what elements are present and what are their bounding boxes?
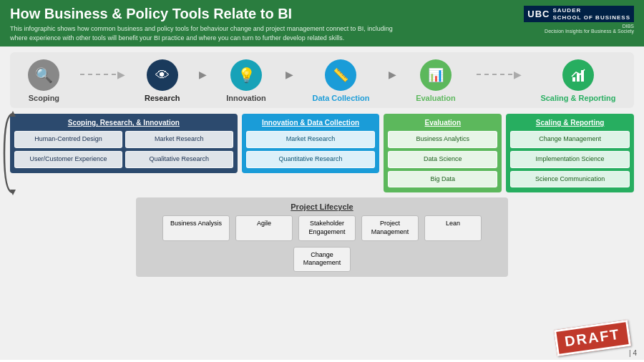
cat-item-implementation: Implementation Science bbox=[510, 151, 630, 168]
cat-innovation-title: Innovation & Data Collection bbox=[246, 119, 376, 127]
arrow-head-5: ▶ bbox=[514, 69, 522, 80]
lifecycle-item-change-mgmt: ChangeManagement bbox=[293, 247, 351, 272]
evaluation-label: Evaluation bbox=[416, 94, 456, 102]
scoping-icon: 🔍 bbox=[28, 59, 59, 91]
lifecycle-item-project-mgmt: ProjectManagement bbox=[361, 215, 419, 240]
cat-scaling-reporting: Scaling & Reporting Change Management Im… bbox=[506, 114, 634, 192]
research-icon: 👁 bbox=[147, 59, 178, 91]
logo-area: UBC SAUDERSCHOOL OF BUSINESS DIBSDecisio… bbox=[524, 6, 634, 34]
data-collection-icon: 📏 bbox=[325, 59, 356, 91]
cat-scoping-items: Human-Centred Design Market Research Use… bbox=[14, 131, 233, 167]
cat-scaling-title: Scaling & Reporting bbox=[510, 119, 630, 127]
cat-item-market-research-2: Market Research bbox=[246, 131, 376, 148]
research-label: Research bbox=[145, 94, 180, 102]
sauder-text: SAUDERSCHOOL OF BUSINESS bbox=[552, 7, 630, 21]
cat-item-market-research-1: Market Research bbox=[125, 131, 233, 148]
cat-item-data-science: Data Science bbox=[388, 151, 497, 168]
page-title: How Business & Policy Tools Relate to BI bbox=[10, 6, 411, 22]
cat-item-qualitative: Qualitative Research bbox=[125, 151, 233, 168]
cat-evaluation-title: Evaluation bbox=[388, 119, 497, 127]
header: How Business & Policy Tools Relate to BI… bbox=[0, 0, 644, 47]
flow-item-research: 👁 Research bbox=[145, 59, 180, 102]
flow-item-innovation: 💡 Innovation bbox=[226, 59, 266, 102]
cat-innovation-items: Market Research Quantitative Research bbox=[246, 131, 376, 167]
arrow-3: ▶ bbox=[286, 69, 293, 93]
scoping-label: Scoping bbox=[29, 94, 59, 102]
lifecycle-item-agile: Agile bbox=[235, 215, 293, 240]
scaling-label: Scaling & Reporting bbox=[540, 94, 615, 102]
lifecycle-section: Project Lifecycle Business Analysis Agil… bbox=[10, 197, 634, 277]
dibs-text: DIBSDecision Insights for Business & Soc… bbox=[545, 24, 634, 34]
flow-item-scaling: Scaling & Reporting bbox=[540, 59, 615, 102]
cat-item-quantitative: Quantitative Research bbox=[246, 151, 376, 168]
cat-item-business-analytics: Business Analytics bbox=[388, 131, 497, 148]
innovation-label: Innovation bbox=[226, 94, 266, 102]
back-arrow-svg bbox=[3, 107, 16, 200]
flow-row: 🔍 Scoping ▶ 👁 Research ▶ 💡 Innovation ▶ … bbox=[10, 52, 634, 108]
draft-stamp: DRAFT bbox=[554, 320, 631, 356]
arrow-2: ▶ bbox=[199, 69, 207, 93]
flow-item-data-collection: 📏 Data Collection bbox=[312, 59, 369, 102]
lifecycle-item-lean: Lean bbox=[424, 215, 482, 240]
lifecycle-item-stakeholder: StakeholderEngagement bbox=[298, 215, 356, 240]
cat-item-science-comm: Science Communication bbox=[510, 171, 630, 188]
header-subtitle: This infographic shows how common busine… bbox=[10, 24, 411, 42]
data-collection-label: Data Collection bbox=[312, 94, 369, 102]
ubc-logo: UBC SAUDERSCHOOL OF BUSINESS bbox=[524, 6, 634, 22]
cat-innovation-data: Innovation & Data Collection Market Rese… bbox=[242, 114, 380, 172]
cat-evaluation-items: Business Analytics Data Science Big Data bbox=[388, 131, 497, 187]
cat-evaluation: Evaluation Business Analytics Data Scien… bbox=[384, 114, 502, 192]
scaling-icon bbox=[562, 59, 594, 91]
svg-rect-1 bbox=[577, 74, 580, 82]
lifecycle-items: Business Analysis Agile StakeholderEngag… bbox=[143, 215, 501, 272]
scaling-svg bbox=[570, 67, 586, 83]
cat-scoping-title: Scoping, Research, & Innovation bbox=[14, 119, 233, 127]
cat-item-big-data: Big Data bbox=[388, 171, 497, 188]
flow-item-evaluation: 📊 Evaluation bbox=[416, 59, 456, 102]
lifecycle-box: Project Lifecycle Business Analysis Agil… bbox=[136, 197, 508, 277]
lifecycle-title: Project Lifecycle bbox=[143, 202, 501, 211]
cat-scoping-research-innovation: Scoping, Research, & Innovation Human-Ce… bbox=[10, 114, 238, 172]
page-number: | 4 bbox=[629, 349, 637, 357]
lifecycle-inner: Project Lifecycle Business Analysis Agil… bbox=[136, 197, 508, 277]
cat-item-user-customer: User/Customer Experience bbox=[14, 151, 122, 168]
lifecycle-item-business-analysis: Business Analysis bbox=[162, 215, 230, 240]
ubc-text: UBC bbox=[527, 9, 550, 19]
left-arrow-area bbox=[3, 114, 16, 192]
arrow-head-1: ▶ bbox=[117, 69, 125, 80]
main-content: 🔍 Scoping ▶ 👁 Research ▶ 💡 Innovation ▶ … bbox=[0, 47, 644, 360]
cat-item-change-mgmt-1: Change Management bbox=[510, 131, 630, 148]
flow-item-scoping: 🔍 Scoping bbox=[28, 59, 59, 102]
cat-item-human-centred: Human-Centred Design bbox=[14, 131, 122, 148]
evaluation-icon: 📊 bbox=[420, 59, 452, 91]
innovation-icon: 💡 bbox=[230, 59, 262, 91]
svg-rect-0 bbox=[572, 77, 575, 82]
arrow-4: ▶ bbox=[389, 69, 396, 93]
cat-scaling-items: Change Management Implementation Science… bbox=[510, 131, 630, 187]
arrow-5: ▶ bbox=[475, 69, 522, 93]
arrow-1: ▶ bbox=[79, 69, 125, 93]
